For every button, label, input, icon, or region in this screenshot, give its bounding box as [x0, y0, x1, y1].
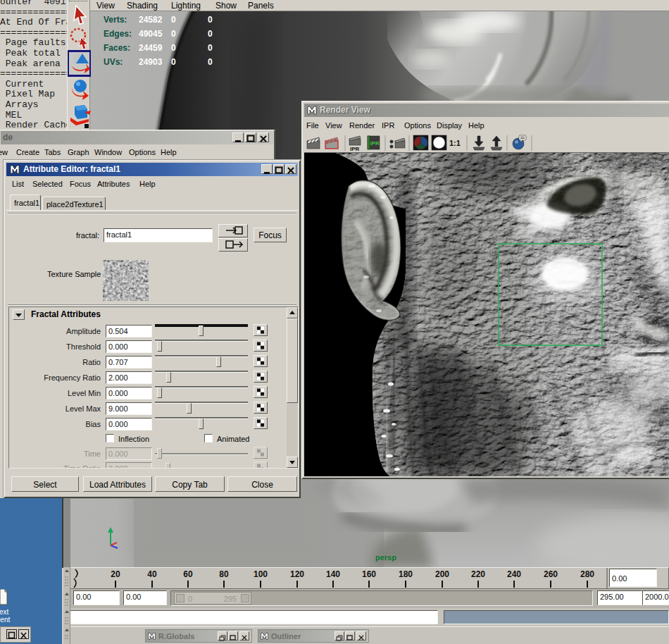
svg-text:200: 200: [435, 569, 449, 579]
svg-text:Text: Text: [0, 608, 9, 616]
svg-text:140: 140: [326, 569, 340, 579]
svg-text:40: 40: [147, 569, 157, 579]
svg-text:100: 100: [254, 569, 268, 579]
svg-text:80: 80: [219, 569, 229, 579]
svg-text:120: 120: [290, 569, 304, 579]
svg-text:20: 20: [111, 569, 120, 579]
svg-text:persp: persp: [375, 553, 396, 562]
svg-text:220: 220: [471, 569, 485, 579]
svg-text:280: 280: [580, 569, 594, 579]
svg-text:ment: ment: [0, 616, 10, 624]
svg-text:60: 60: [183, 569, 193, 579]
svg-text:1:1: 1:1: [449, 139, 461, 147]
svg-text:IPR: IPR: [350, 146, 360, 152]
svg-text:IPR: IPR: [370, 140, 380, 147]
svg-text:180: 180: [399, 569, 413, 579]
svg-text:240: 240: [507, 569, 521, 579]
svg-text:260: 260: [544, 569, 558, 579]
svg-text:160: 160: [362, 569, 376, 579]
